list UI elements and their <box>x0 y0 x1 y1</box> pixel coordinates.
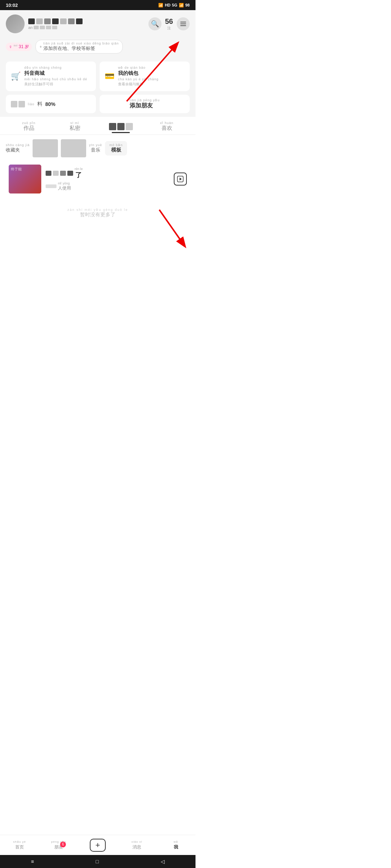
avatar[interactable] <box>6 14 25 33</box>
wallet-card[interactable]: 💳 wǒ de qián bāo 我的钱包 chá kàn yú é yǔ zh… <box>100 61 190 91</box>
tab-blocks-icons <box>98 123 144 130</box>
tab-block-1 <box>109 123 116 130</box>
tab-likes[interactable]: xǐ huān 喜欢 <box>144 117 190 135</box>
menu-button[interactable] <box>177 17 190 30</box>
hd-label: HD <box>165 3 171 7</box>
search-button[interactable]: 🔍 <box>148 17 161 30</box>
wifi-icon: 📶 <box>158 3 163 8</box>
video-thumbnail: 终于能 <box>9 165 41 193</box>
tabs-section: zuò pǐn 作品 sī mì 私密 xǐ huān 喜欢 <box>0 117 196 135</box>
name-char-7 <box>76 18 83 24</box>
follow-label: 注 <box>167 26 171 31</box>
network-label: 5G <box>172 3 177 7</box>
add-tags-text: tiān jiā suǒ zài dì xué xiào děng biāo q… <box>43 42 119 52</box>
cart-icon: 🛒 <box>11 72 21 81</box>
name-char-1 <box>28 18 35 24</box>
wallet-text: wǒ de qián bāo 我的钱包 chá kàn yú é yǔ zhàn… <box>118 66 159 87</box>
wallet-icon: 💳 <box>105 72 114 81</box>
add-friend-content: tiān jiā péng yǒu 添加朋友 <box>130 98 160 110</box>
tab-works[interactable]: zuò pǐn 作品 <box>6 117 52 135</box>
completion-pinyin: liào <box>28 102 34 106</box>
template-item[interactable]: mó bǎn 模板 <box>105 141 127 156</box>
video-play-icon[interactable] <box>174 173 187 186</box>
profile-left: an <box>6 14 83 33</box>
profile-header: an 🔍 56 注 <box>0 10 196 37</box>
shop-text: dǒu yīn shāng chéng 抖音商城 měi hǎo shēng h… <box>24 66 87 87</box>
collection-thumb-2 <box>61 139 86 157</box>
video-card[interactable]: 终于能 rén le 了 mǐ yòng 人使用 <box>6 162 190 196</box>
id-char-3 <box>46 26 51 29</box>
vid-char-wrap: rén le 了 <box>75 167 83 179</box>
profile-tags: ♀ suì 31 岁 + tiān jiā suǒ zài dì xué xià… <box>0 37 196 58</box>
collection-thumb-1 <box>33 139 58 157</box>
comp-block-1 <box>11 101 17 107</box>
collections-section: shōu cáng jiā 收藏夹 yīn yuè 音乐 mó bǎn 模板 <box>0 135 196 157</box>
add-friend-button[interactable]: tiān jiā péng yǒu 添加朋友 <box>100 95 190 113</box>
id-char-2 <box>40 26 45 29</box>
name-char-2 <box>36 18 43 24</box>
status-icons: 📶 HD 5G 📶 98 <box>158 3 190 8</box>
vid-block-4 <box>67 171 73 176</box>
profile-info: an <box>28 18 83 30</box>
collection-row: shōu cáng jiā 收藏夹 yīn yuè 音乐 mó bǎn 模板 <box>6 139 190 157</box>
collection-folder[interactable]: shōu cáng jiā 收藏夹 <box>6 143 30 153</box>
comp-block-2 <box>18 101 25 107</box>
video-title-blocks: rén le 了 <box>46 167 169 179</box>
tab-private[interactable]: sī mì 私密 <box>52 117 98 135</box>
vid-block-1 <box>46 171 51 176</box>
name-char-4 <box>52 18 59 24</box>
vid-block-2 <box>53 171 59 176</box>
completion-card[interactable]: liào 料 80% <box>6 95 96 113</box>
age-display: suì 31 岁 <box>14 44 29 50</box>
battery-level: 98 <box>185 3 190 7</box>
shop-card[interactable]: 🛒 dǒu yīn shāng chéng 抖音商城 měi hǎo shēng… <box>6 61 96 91</box>
thumb-overlay-text: 终于能 <box>11 167 22 172</box>
avatar-image <box>6 14 25 33</box>
profile-right: 🔍 56 注 <box>148 17 190 31</box>
follow-number: 56 <box>165 17 173 26</box>
tab-block-3 <box>126 123 133 130</box>
username-row <box>28 18 83 24</box>
play-icon-svg <box>177 176 184 182</box>
plus-icon: + <box>39 44 42 49</box>
music-item[interactable]: yīn yuè 音乐 <box>89 143 102 153</box>
username-blocks <box>28 18 83 24</box>
vid-block-3 <box>60 171 66 176</box>
video-subtitle: mǐ yòng 人使用 <box>46 182 169 191</box>
tab-block-2 <box>117 123 125 130</box>
id-char-1 <box>34 26 39 29</box>
svg-marker-1 <box>180 178 182 180</box>
status-bar: 10:02 📶 HD 5G 📶 98 <box>0 0 196 10</box>
status-time: 10:02 <box>6 3 18 8</box>
vid-sub-text-wrap: mǐ yòng 人使用 <box>58 182 71 191</box>
menu-line-1 <box>180 22 186 22</box>
menu-line-3 <box>180 25 186 26</box>
vid-sub-block <box>46 184 56 188</box>
no-more-section: zàn shí méi yǒu gèng duō le 暂时没有更多了 <box>0 201 196 225</box>
completion-icons <box>11 101 25 107</box>
gender-icon: ♀ <box>9 44 13 50</box>
tab-blocks[interactable] <box>98 119 144 133</box>
add-tags-button[interactable]: + tiān jiā suǒ zài dì xué xiào děng biāo… <box>35 40 123 54</box>
video-info: rén le 了 mǐ yòng 人使用 <box>46 167 169 191</box>
user-id: an <box>28 25 83 30</box>
mid-actions: liào 料 80% tiān jiā péng yǒu 添加朋友 <box>0 95 196 117</box>
id-prefix: an <box>28 25 33 30</box>
gender-age-badge: ♀ suì 31 岁 <box>6 43 32 51</box>
name-char-3 <box>44 18 51 24</box>
tabs-row: zuò pǐn 作品 sī mì 私密 xǐ huān 喜欢 <box>0 117 196 135</box>
quick-actions: 🛒 dǒu yīn shāng chéng 抖音商城 měi hǎo shēng… <box>0 58 196 95</box>
name-char-5 <box>60 18 67 24</box>
bottom-spacer <box>0 225 196 269</box>
signal-icon: 📶 <box>179 3 184 8</box>
follow-count: 56 注 <box>165 17 173 31</box>
id-char-4 <box>52 26 57 29</box>
menu-line-2 <box>180 24 186 24</box>
name-char-6 <box>68 18 75 24</box>
